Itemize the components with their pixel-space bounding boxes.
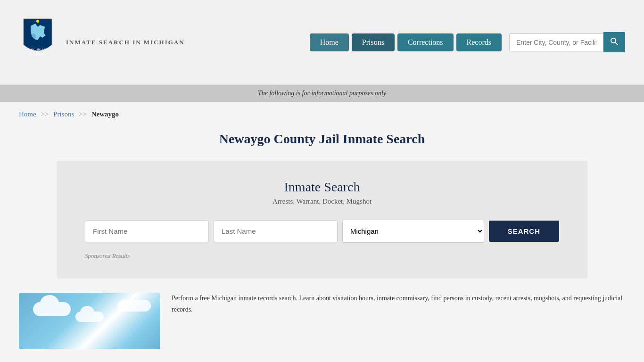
michigan-flag-icon: MICHIGAN JAIL ROSTER <box>21 16 54 59</box>
breadcrumb-current: Newaygo <box>91 110 119 118</box>
search-submit-button[interactable]: SEARCH <box>489 221 559 242</box>
breadcrumb-home[interactable]: Home <box>19 110 36 118</box>
logo-area: MICHIGAN JAIL ROSTER INMATE SEARCH IN MI… <box>19 16 185 68</box>
cloud-decoration-2 <box>75 312 104 322</box>
main-nav: Home Prisons Corrections Records <box>310 32 625 52</box>
page-title: Newaygo County Jail Inmate Search <box>0 132 644 147</box>
nav-home-button[interactable]: Home <box>310 33 349 51</box>
cloud-decoration-1 <box>33 302 71 316</box>
header-search-input[interactable] <box>509 33 603 51</box>
cloud-decoration-3 <box>118 300 151 312</box>
info-bar: The following is for informational purpo… <box>0 85 644 102</box>
search-form: MichiganAlabamaAlaskaArizonaArkansasCali… <box>85 220 559 243</box>
bottom-image <box>19 293 160 349</box>
nav-prisons-button[interactable]: Prisons <box>352 33 395 51</box>
breadcrumb: Home >> Prisons >> Newaygo <box>0 102 644 127</box>
logo-image: MICHIGAN JAIL ROSTER <box>19 16 57 68</box>
svg-text:MICHIGAN: MICHIGAN <box>29 48 46 51</box>
search-section: Inmate Search Arrests, Warrant, Docket, … <box>57 161 587 279</box>
nav-records-button[interactable]: Records <box>456 33 502 51</box>
breadcrumb-sep-2: >> <box>79 110 87 118</box>
breadcrumb-prisons[interactable]: Prisons <box>53 110 74 118</box>
svg-point-0 <box>36 20 39 23</box>
last-name-input[interactable] <box>214 220 338 242</box>
header-search-button[interactable] <box>603 32 625 52</box>
breadcrumb-sep-1: >> <box>41 110 49 118</box>
search-icon <box>610 37 619 46</box>
state-select[interactable]: MichiganAlabamaAlaskaArizonaArkansasCali… <box>342 220 484 243</box>
svg-line-4 <box>615 42 618 45</box>
site-header: MICHIGAN JAIL ROSTER INMATE SEARCH IN MI… <box>0 0 644 85</box>
sponsored-results-label: Sponsored Results <box>85 252 559 260</box>
site-title-block: INMATE SEARCH IN MICHIGAN <box>66 38 185 47</box>
search-section-title: Inmate Search <box>85 180 559 195</box>
header-search <box>509 32 625 52</box>
info-bar-text: The following is for informational purpo… <box>258 90 386 97</box>
search-section-subtitle: Arrests, Warrant, Docket, Mugshot <box>85 197 559 206</box>
bottom-section: Perform a free Michigan inmate records s… <box>19 293 625 349</box>
site-title: INMATE SEARCH IN MICHIGAN <box>66 38 185 47</box>
svg-text:JAIL ROSTER: JAIL ROSTER <box>29 53 47 56</box>
bottom-description: Perform a free Michigan inmate records s… <box>172 293 625 315</box>
first-name-input[interactable] <box>85 220 209 242</box>
nav-corrections-button[interactable]: Corrections <box>397 33 454 51</box>
